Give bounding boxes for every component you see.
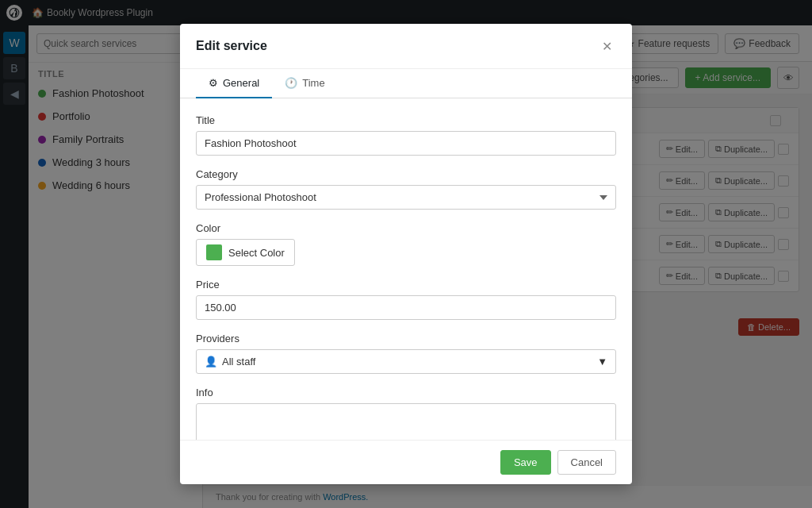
save-button[interactable]: Save	[500, 450, 551, 475]
price-input[interactable]	[196, 295, 616, 320]
title-label: Title	[196, 114, 616, 126]
chevron-down-icon: ▼	[597, 356, 607, 368]
info-textarea[interactable]	[196, 403, 616, 440]
modal-tabs: ⚙ General 🕐 Time	[180, 69, 632, 98]
category-field-group: Category Professional Photoshoot Wedding…	[196, 168, 616, 210]
price-field-group: Price	[196, 279, 616, 320]
clock-icon: 🕐	[285, 77, 297, 89]
color-field-group: Color Select Color	[196, 222, 616, 266]
modal-footer: Save Cancel	[180, 440, 632, 484]
modal-header: Edit service ✕	[180, 24, 632, 69]
color-swatch	[206, 244, 222, 260]
modal-overlay: Edit service ✕ ⚙ General 🕐 Time Title Ca…	[0, 0, 812, 508]
edit-service-modal: Edit service ✕ ⚙ General 🕐 Time Title Ca…	[180, 24, 632, 484]
price-label: Price	[196, 279, 616, 291]
color-select-button[interactable]: Select Color	[196, 239, 295, 266]
category-label: Category	[196, 168, 616, 180]
gear-icon: ⚙	[209, 77, 218, 89]
providers-field-group: Providers 👤 All staff ▼	[196, 333, 616, 374]
info-label: Info	[196, 387, 616, 398]
title-input[interactable]	[196, 131, 616, 156]
tab-time[interactable]: 🕐 Time	[272, 69, 337, 98]
modal-body: Title Category Professional Photoshoot W…	[180, 98, 632, 440]
person-icon: 👤	[205, 356, 217, 368]
providers-select[interactable]: 👤 All staff ▼	[196, 349, 616, 374]
color-label: Color	[196, 222, 616, 234]
category-select[interactable]: Professional Photoshoot Wedding Portrait…	[196, 185, 616, 210]
modal-close-button[interactable]: ✕	[597, 37, 616, 56]
info-field-group: Info This text can be inserted into noti…	[196, 387, 616, 440]
cancel-button[interactable]: Cancel	[557, 450, 616, 475]
title-field-group: Title	[196, 114, 616, 156]
tab-general[interactable]: ⚙ General	[196, 69, 272, 98]
modal-title: Edit service	[196, 39, 267, 53]
providers-label: Providers	[196, 333, 616, 344]
